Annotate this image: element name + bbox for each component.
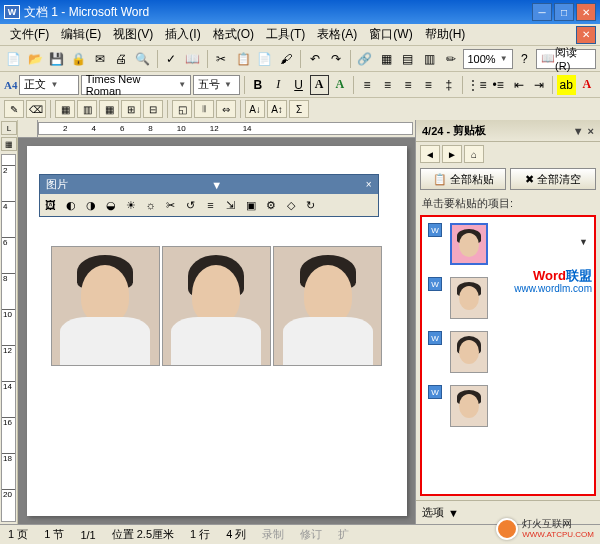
copy-icon[interactable]: 📋 [233,49,253,69]
compress-icon[interactable]: ⇲ [222,196,240,214]
bold-button[interactable]: B [249,75,267,95]
read-button[interactable]: 📖 阅读(R) [536,49,596,69]
insert-col-icon[interactable]: ▥ [77,100,97,118]
menu-file[interactable]: 文件(F) [4,24,55,45]
draw-table-icon[interactable]: ✎ [4,100,24,118]
indent-inc-icon[interactable]: ⇥ [530,75,548,95]
chevron-down-icon[interactable]: ▼ [211,179,222,191]
menu-format[interactable]: 格式(O) [207,24,260,45]
image-1[interactable] [51,246,160,366]
preview-icon[interactable]: 🔍 [133,49,153,69]
email-icon[interactable]: ✉ [90,49,110,69]
menu-table[interactable]: 表格(A) [311,24,363,45]
minimize-button[interactable]: ─ [532,3,552,21]
underline-button[interactable]: U [289,75,307,95]
zoom-select[interactable]: 100%▼ [463,49,513,69]
insert-picture-icon[interactable]: 🖼 [42,196,60,214]
nav-back-icon[interactable]: ◄ [420,145,440,163]
split-icon[interactable]: ⊟ [143,100,163,118]
nav-fwd-icon[interactable]: ► [442,145,462,163]
align-justify-icon[interactable]: ≡ [419,75,437,95]
maximize-button[interactable]: □ [554,3,574,21]
horizontal-ruler[interactable]: 2468101214 [38,122,413,135]
numbering-icon[interactable]: ⋮≡ [467,75,487,95]
doc-close-button[interactable]: ✕ [576,26,596,44]
merge-icon[interactable]: ⊞ [121,100,141,118]
permission-icon[interactable]: 🔒 [69,49,89,69]
redo-icon[interactable]: ↷ [326,49,346,69]
distribute-icon[interactable]: ⫴ [194,100,214,118]
format-painter-icon[interactable]: 🖌 [276,49,296,69]
excel-icon[interactable]: ▤ [398,49,418,69]
picture-toolbar[interactable]: 图片 ▼ × 🖼 ◐ ◑ ◒ ☀ ☼ ✂ ↺ ≡ ⇲ [39,174,379,217]
cut-icon[interactable]: ✂ [212,49,232,69]
autosum-icon[interactable]: Σ [289,100,309,118]
close-button[interactable]: ✕ [576,3,596,21]
align-right-icon[interactable]: ≡ [399,75,417,95]
line-spacing-icon[interactable]: ‡ [440,75,458,95]
clipboard-item[interactable]: W ▼ [422,217,594,271]
image-2[interactable] [162,246,271,366]
menu-window[interactable]: 窗口(W) [363,24,418,45]
hyperlink-icon[interactable]: 🔗 [355,49,375,69]
text-direction-icon[interactable]: A↓ [245,100,265,118]
format-picture-icon[interactable]: ⚙ [262,196,280,214]
highlight-icon[interactable]: ab [557,75,575,95]
undo-icon[interactable]: ↶ [305,49,325,69]
font-color-icon[interactable]: A [578,75,596,95]
vertical-ruler[interactable]: 2468101214161820 [1,154,16,522]
less-bright-icon[interactable]: ☼ [142,196,160,214]
autofit-icon[interactable]: ⇔ [216,100,236,118]
paste-icon[interactable]: 📄 [255,49,275,69]
task-pane-close-icon[interactable]: × [588,125,594,137]
rotate-left-icon[interactable]: ↺ [182,196,200,214]
line-style-icon[interactable]: ≡ [202,196,220,214]
save-icon[interactable]: 💾 [47,49,67,69]
italic-button[interactable]: I [269,75,287,95]
open-icon[interactable]: 📂 [26,49,46,69]
menu-edit[interactable]: 编辑(E) [55,24,107,45]
image-3[interactable] [273,246,382,366]
view-web-icon[interactable]: ▦ [1,137,17,151]
insert-row-icon[interactable]: ▦ [55,100,75,118]
styles-A-icon[interactable]: A4 [4,79,17,91]
menu-view[interactable]: 视图(V) [107,24,159,45]
transparent-icon[interactable]: ◇ [282,196,300,214]
sort-icon[interactable]: A↕ [267,100,287,118]
char-shading-button[interactable]: A [331,75,349,95]
paste-all-button[interactable]: 📋全部粘贴 [420,168,506,190]
clipboard-item[interactable]: W [422,325,594,379]
print-icon[interactable]: 🖨 [112,49,132,69]
less-contrast-icon[interactable]: ◒ [102,196,120,214]
new-doc-icon[interactable]: 📄 [4,49,24,69]
color-icon[interactable]: ◐ [62,196,80,214]
menu-tools[interactable]: 工具(T) [260,24,311,45]
delete-row-icon[interactable]: ▦ [99,100,119,118]
research-icon[interactable]: 📖 [183,49,203,69]
style-select[interactable]: 正文▼ [19,75,78,95]
clipboard-item[interactable]: W [422,379,594,433]
help-icon[interactable]: ? [515,49,535,69]
bullets-icon[interactable]: •≡ [489,75,507,95]
more-contrast-icon[interactable]: ◑ [82,196,100,214]
size-select[interactable]: 五号▼ [193,75,240,95]
font-select[interactable]: Times New Roman▼ [81,75,191,95]
clear-all-button[interactable]: ✖全部清空 [510,168,596,190]
menu-insert[interactable]: 插入(I) [159,24,206,45]
picture-toolbar-close[interactable]: × [366,179,372,190]
table-icon[interactable]: ▦ [376,49,396,69]
item-menu-icon[interactable]: ▼ [579,223,588,247]
eraser-icon[interactable]: ⌫ [26,100,46,118]
char-border-button[interactable]: A [310,75,329,95]
document-page[interactable]: 图片 ▼ × 🖼 ◐ ◑ ◒ ☀ ☼ ✂ ↺ ≡ ⇲ [27,146,407,516]
align-center-icon[interactable]: ≡ [378,75,396,95]
nav-home-icon[interactable]: ⌂ [464,145,484,163]
indent-dec-icon[interactable]: ⇤ [509,75,527,95]
menu-help[interactable]: 帮助(H) [419,24,472,45]
task-pane-dropdown-icon[interactable]: ▼ [573,125,584,137]
text-wrap-icon[interactable]: ▣ [242,196,260,214]
columns-icon[interactable]: ▥ [419,49,439,69]
reset-picture-icon[interactable]: ↻ [302,196,320,214]
view-normal-icon[interactable]: L [1,121,17,135]
more-bright-icon[interactable]: ☀ [122,196,140,214]
